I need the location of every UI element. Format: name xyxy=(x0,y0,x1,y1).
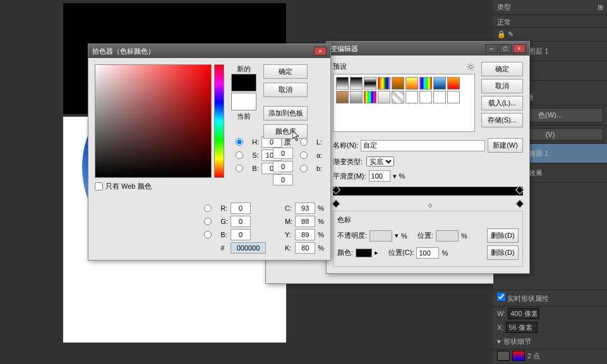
color-stop-right[interactable] xyxy=(515,199,524,208)
gradient-bar[interactable]: ◇ xyxy=(333,187,523,207)
stops-title: 色标 xyxy=(337,215,519,225)
preset-swatch[interactable] xyxy=(406,91,418,103)
color-picker-titlebar[interactable]: 拾色器（色标颜色） × xyxy=(88,44,330,58)
cancel-button[interactable]: 取消 xyxy=(481,79,523,93)
opacity-input[interactable] xyxy=(370,230,392,242)
preset-swatch[interactable] xyxy=(350,91,363,103)
opacity-label: 不透明度: xyxy=(337,231,367,240)
cancel-button[interactable]: 取消 xyxy=(263,83,308,97)
h-radio[interactable] xyxy=(229,138,249,146)
bb-input[interactable] xyxy=(231,229,251,240)
color-well[interactable] xyxy=(356,249,372,257)
name-label: 名称(N): xyxy=(333,141,358,150)
k-input[interactable] xyxy=(295,242,315,254)
preset-swatch[interactable] xyxy=(447,77,460,90)
smooth-label: 平滑度(M): xyxy=(333,172,366,181)
ok-button[interactable]: 确定 xyxy=(481,62,523,76)
gradient-editor-titlebar[interactable]: 变编辑器 – □ × xyxy=(327,42,529,56)
preset-swatch[interactable] xyxy=(392,77,404,90)
new-label: 新的 xyxy=(229,64,258,74)
preset-swatch[interactable] xyxy=(336,91,349,103)
preset-swatch[interactable] xyxy=(419,77,432,90)
hue-slider[interactable] xyxy=(214,64,224,178)
preset-swatch[interactable] xyxy=(447,91,460,103)
preset-swatch[interactable] xyxy=(433,91,446,103)
preset-swatch[interactable] xyxy=(350,77,363,90)
gear-icon[interactable] xyxy=(466,62,475,71)
bv-radio[interactable] xyxy=(229,165,249,172)
type-panel-label: 类型 xyxy=(497,3,511,12)
dropdown-icon[interactable]: ▾ xyxy=(395,232,399,240)
blab-input[interactable] xyxy=(273,174,293,185)
minimize-button[interactable]: – xyxy=(485,44,498,53)
pos-label: 位置: xyxy=(418,231,433,240)
s-radio[interactable] xyxy=(229,151,249,159)
hex-input[interactable] xyxy=(231,242,266,254)
midpoint-icon[interactable]: ◇ xyxy=(428,203,432,208)
y-input[interactable] xyxy=(295,229,315,240)
color-stop-left[interactable] xyxy=(332,199,340,208)
close-button[interactable]: × xyxy=(513,44,526,53)
current-label: 当前 xyxy=(229,112,258,121)
pos2-label: 位置(C): xyxy=(388,248,414,257)
save-button[interactable]: 存储(S)... xyxy=(481,113,523,127)
r-input[interactable] xyxy=(231,203,251,214)
web-only-checkbox[interactable]: 只有 Web 颜色 xyxy=(95,182,224,191)
ok-button[interactable]: 确定 xyxy=(263,64,308,79)
g-input[interactable] xyxy=(231,216,251,227)
name-input[interactable] xyxy=(361,140,485,151)
gradient-editor-title: 变编辑器 xyxy=(330,44,358,54)
current-color-swatch[interactable] xyxy=(231,93,256,110)
close-button[interactable]: × xyxy=(314,47,327,56)
new-button[interactable]: 新建(W) xyxy=(488,138,523,153)
preset-swatch[interactable] xyxy=(433,77,446,90)
color-picker-dialog: 拾色器（色标颜色） × 只有 Web 颜色 新的 当前 H xyxy=(88,44,331,261)
pos2-input[interactable] xyxy=(416,247,439,259)
add-swatch-button[interactable]: 添加到色板 xyxy=(263,106,308,120)
preset-swatch[interactable] xyxy=(336,77,349,90)
w-input[interactable] xyxy=(508,308,539,319)
preset-swatch[interactable] xyxy=(364,77,376,90)
m-input[interactable] xyxy=(295,216,315,227)
blend-mode[interactable]: 正常 xyxy=(497,18,511,26)
shape-attr-check[interactable]: 实时形状属性 xyxy=(497,295,549,302)
preset-swatch[interactable] xyxy=(406,77,418,90)
smooth-input[interactable] xyxy=(369,170,390,182)
brush-icon[interactable]: ✎ xyxy=(508,30,514,38)
x-input[interactable] xyxy=(506,322,538,333)
dropdown-icon[interactable]: ▾ xyxy=(393,172,397,180)
bb-radio[interactable] xyxy=(198,231,218,238)
presets-label: 预设 xyxy=(333,62,347,71)
type-select[interactable]: 实底 xyxy=(366,156,394,167)
new-color-swatch xyxy=(231,74,256,91)
a-input[interactable] xyxy=(273,161,293,172)
g-radio[interactable] xyxy=(198,218,218,225)
l-input[interactable] xyxy=(273,148,293,159)
preset-swatch[interactable] xyxy=(419,91,432,103)
lock-icon[interactable]: 🔒 xyxy=(497,30,506,38)
gradient-editor-dialog: 变编辑器 – □ × 预设 确定 取消 载入(L xyxy=(326,41,530,274)
pos-input[interactable] xyxy=(436,230,459,242)
preset-swatch[interactable] xyxy=(364,91,376,103)
preset-swatches[interactable] xyxy=(333,74,475,132)
svg-point-0 xyxy=(469,65,472,68)
preset-swatch[interactable] xyxy=(378,77,390,90)
stroke-swatch[interactable] xyxy=(512,351,525,361)
r-radio[interactable] xyxy=(198,204,218,212)
chevron-down-icon[interactable]: ▾ xyxy=(497,338,501,346)
preset-swatch[interactable] xyxy=(378,91,390,103)
fill-swatch[interactable] xyxy=(497,351,510,361)
c-input[interactable] xyxy=(295,203,315,214)
chevron-right-icon[interactable]: ▸ xyxy=(375,249,378,257)
delete-opacity-button[interactable]: 删除(D) xyxy=(487,228,519,243)
preset-swatch[interactable] xyxy=(392,91,404,103)
color-field[interactable] xyxy=(95,64,212,178)
delete-color-button[interactable]: 删除(D) xyxy=(487,245,519,260)
smooth-unit: % xyxy=(399,172,406,180)
color-libraries-button[interactable]: 颜色库 xyxy=(263,124,308,139)
type-label: 渐变类型: xyxy=(333,157,363,167)
maximize-button[interactable]: □ xyxy=(499,44,512,53)
load-button[interactable]: 载入(L)... xyxy=(481,96,523,110)
color-picker-title: 拾色器（色标颜色） xyxy=(92,47,155,56)
color-label: 颜色: xyxy=(337,248,353,257)
